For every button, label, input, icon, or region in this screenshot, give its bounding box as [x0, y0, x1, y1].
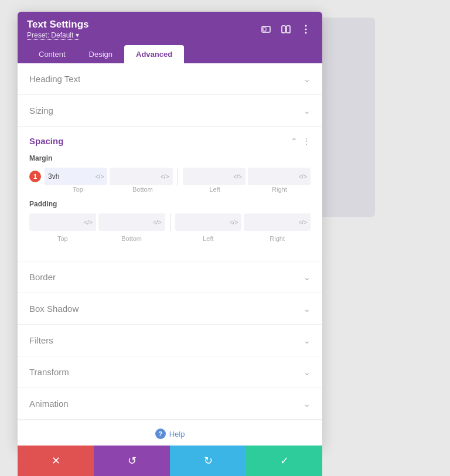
- padding-left-code-icon[interactable]: </>: [230, 219, 238, 226]
- margin-left-field[interactable]: </>: [183, 168, 246, 185]
- padding-labels-row: Top Bottom Left Right: [29, 235, 311, 242]
- border-label: Border: [29, 272, 56, 282]
- padding-bottom-input[interactable]: [102, 218, 152, 226]
- section-filters[interactable]: Filters ⌄: [18, 325, 322, 356]
- margin-labels-row: Top Bottom Left Right: [29, 186, 311, 193]
- panel-footer: ? Help: [18, 420, 322, 447]
- section-spacing: Spacing ⌃ ⋮ Margin 1 </>: [18, 127, 322, 261]
- help-button[interactable]: ? Help: [155, 429, 185, 439]
- margin-top-label: Top: [47, 186, 109, 193]
- tab-design[interactable]: Design: [77, 45, 124, 63]
- help-icon: ?: [155, 429, 166, 439]
- padding-bottom-code-icon[interactable]: </>: [153, 219, 161, 226]
- transform-label: Transform: [29, 367, 69, 377]
- padding-right-field[interactable]: </>: [244, 213, 311, 231]
- undo-button[interactable]: ↺: [94, 446, 170, 476]
- padding-right-code-icon[interactable]: </>: [299, 219, 307, 226]
- svg-rect-2: [282, 26, 285, 33]
- heading-text-chevron: ⌄: [304, 74, 311, 84]
- panel-body: Heading Text ⌄ Sizing ⌄ Spacing ⌃ ⋮ Marg: [18, 63, 322, 447]
- svg-point-4: [305, 25, 307, 26]
- action-bar: ✕ ↺ ↻ ✓: [18, 446, 322, 476]
- padding-fields-row: </> </> </> </>: [29, 213, 311, 232]
- margin-right-field[interactable]: </>: [248, 168, 311, 185]
- margin-label: Margin: [29, 154, 311, 162]
- tab-advanced[interactable]: Advanced: [124, 45, 184, 63]
- spacing-collapse-icon[interactable]: ⌃: [291, 137, 298, 146]
- title-group: Text Settings Preset: Default ▾: [27, 19, 88, 39]
- svg-point-6: [305, 32, 307, 33]
- filters-chevron: ⌄: [304, 336, 311, 345]
- svg-rect-3: [287, 26, 290, 33]
- columns-icon[interactable]: [279, 22, 293, 36]
- padding-right-input[interactable]: [247, 218, 297, 226]
- preset-label[interactable]: Preset: Default ▾: [27, 31, 79, 40]
- padding-left-input[interactable]: [179, 218, 229, 226]
- filters-label: Filters: [29, 335, 53, 345]
- panel-title: Text Settings: [27, 19, 88, 30]
- box-shadow-chevron: ⌄: [304, 304, 311, 314]
- margin-right-input[interactable]: [251, 172, 298, 181]
- section-transform[interactable]: Transform ⌄: [18, 356, 322, 388]
- margin-left-input[interactable]: [186, 172, 233, 181]
- padding-left-label: Left: [175, 235, 242, 242]
- spacing-more-icon[interactable]: ⋮: [302, 137, 311, 146]
- animation-chevron: ⌄: [304, 399, 311, 409]
- margin-bottom-label: Bottom: [111, 186, 173, 193]
- cancel-button[interactable]: ✕: [18, 446, 94, 476]
- margin-top-field[interactable]: </>: [45, 168, 107, 185]
- responsive-icon[interactable]: [259, 22, 273, 36]
- section-border[interactable]: Border ⌄: [18, 261, 322, 293]
- padding-label: Padding: [29, 200, 311, 208]
- section-animation[interactable]: Animation ⌄: [18, 388, 322, 420]
- box-shadow-label: Box Shadow: [29, 304, 79, 314]
- section-heading-text[interactable]: Heading Text ⌄: [18, 63, 322, 95]
- section-box-shadow[interactable]: Box Shadow ⌄: [18, 293, 322, 325]
- padding-top-code-icon[interactable]: </>: [84, 219, 92, 226]
- section-sizing[interactable]: Sizing ⌄: [18, 95, 322, 127]
- padding-bottom-label: Bottom: [98, 235, 165, 242]
- padding-left-field[interactable]: </>: [175, 213, 242, 231]
- margin-right-code-icon[interactable]: </>: [299, 174, 307, 180]
- margin-top-code-icon[interactable]: </>: [96, 174, 104, 180]
- animation-label: Animation: [29, 399, 69, 409]
- padding-right-label: Right: [244, 235, 311, 242]
- sizing-chevron: ⌄: [304, 106, 311, 115]
- svg-point-5: [305, 28, 307, 30]
- margin-left-code-icon[interactable]: </>: [233, 174, 241, 180]
- redo-button[interactable]: ↻: [170, 446, 246, 476]
- margin-bottom-code-icon[interactable]: </>: [161, 174, 169, 180]
- save-button[interactable]: ✓: [246, 446, 322, 476]
- margin-right-label: Right: [248, 186, 311, 193]
- more-options-icon[interactable]: [299, 22, 313, 36]
- panel-preset: Preset: Default ▾: [27, 31, 88, 39]
- heading-text-label: Heading Text: [29, 74, 80, 84]
- text-settings-panel: Text Settings Preset: Default ▾: [18, 12, 322, 447]
- margin-bottom-input[interactable]: [113, 172, 159, 181]
- tab-content[interactable]: Content: [27, 45, 77, 63]
- transform-chevron: ⌄: [304, 368, 311, 377]
- panel-header: Text Settings Preset: Default ▾: [18, 12, 322, 63]
- spacing-header-icons: ⌃ ⋮: [291, 137, 311, 146]
- padding-top-field[interactable]: </>: [29, 213, 96, 231]
- margin-top-input[interactable]: [48, 172, 94, 181]
- svg-rect-1: [263, 28, 266, 31]
- padding-bottom-field[interactable]: </>: [98, 213, 165, 231]
- padding-top-input[interactable]: [33, 218, 83, 226]
- margin-bottom-field[interactable]: </>: [110, 168, 172, 185]
- header-icons: [259, 22, 313, 36]
- border-chevron: ⌄: [304, 273, 311, 282]
- help-label: Help: [169, 430, 185, 438]
- padding-top-label: Top: [29, 235, 96, 242]
- sizing-label: Sizing: [29, 106, 53, 115]
- spacing-title: Spacing: [29, 136, 63, 146]
- margin-left-label: Left: [184, 186, 246, 193]
- margin-badge: 1: [29, 171, 41, 182]
- margin-fields-row: 1 </> </> </>: [29, 167, 311, 186]
- panel-tabs: Content Design Advanced: [27, 45, 313, 63]
